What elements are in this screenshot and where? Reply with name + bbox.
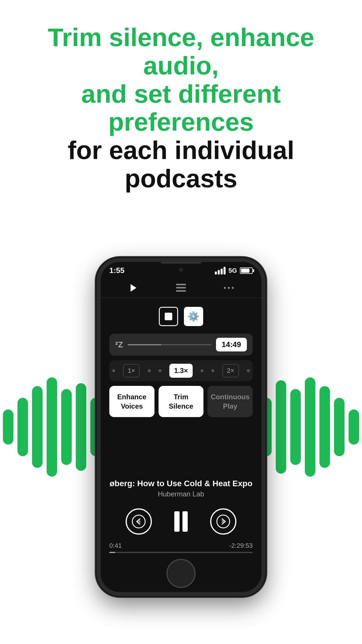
playback-controls: 15 30 <box>101 501 261 542</box>
speed-selector: 1× 1.3× 2× <box>109 360 253 381</box>
rewind-icon: 15 <box>131 514 146 529</box>
track-info: øberg: How to Use Cold & Heat Expo Huber… <box>101 470 261 501</box>
wave-bar <box>47 377 57 477</box>
sleep-label: ᶻZ <box>115 340 123 349</box>
speed-dot <box>247 369 250 372</box>
signal-bar-1 <box>215 272 217 274</box>
phone-content: ⚙️ ᶻZ 14:49 1× 1.3× <box>101 278 261 592</box>
speed-dot <box>148 369 151 372</box>
speed-dot <box>112 369 115 372</box>
header-line2-prefix: and <box>81 79 134 108</box>
phone-frame: 1:55 5G <box>96 258 266 596</box>
svg-rect-2 <box>176 287 186 288</box>
svg-rect-3 <box>176 290 186 292</box>
wave-bar <box>3 410 13 444</box>
tab-play-icon[interactable] <box>127 282 139 294</box>
speed-dot <box>201 369 203 372</box>
pause-bar-right <box>182 511 188 532</box>
pause-button[interactable] <box>166 507 196 536</box>
rewind-button[interactable]: 15 <box>126 508 152 535</box>
wave-bar <box>276 380 286 474</box>
phone-area: 1:55 5G <box>0 210 362 644</box>
signal-bar-3 <box>221 269 223 274</box>
wave-bar <box>76 383 86 471</box>
speed-1_3x-active[interactable]: 1.3× <box>169 364 192 378</box>
speed-dot <box>211 369 214 372</box>
tab-list-icon[interactable] <box>175 282 187 294</box>
status-bar: 1:55 5G <box>101 262 261 278</box>
wave-bar <box>349 410 359 444</box>
speed-2x[interactable]: 2× <box>222 364 239 377</box>
settings-button[interactable]: ⚙️ <box>184 307 203 326</box>
track-podcast: Huberman Lab <box>109 490 253 498</box>
svg-text:15: 15 <box>137 520 140 523</box>
stop-button[interactable] <box>159 307 178 326</box>
svg-point-6 <box>232 287 234 289</box>
sleep-time-badge: 14:49 <box>216 338 247 351</box>
wave-bar <box>319 386 330 468</box>
header-line1: Trim silence, enhance audio, <box>29 23 333 80</box>
status-time: 1:55 <box>109 266 124 275</box>
sleep-progress-fill <box>128 344 161 345</box>
svg-text:30: 30 <box>222 520 225 523</box>
progress-times: 0:41 -2:29:53 <box>109 542 253 550</box>
wave-bar <box>17 398 28 456</box>
speed-1x[interactable]: 1× <box>123 364 140 377</box>
forward-icon: 30 <box>216 514 231 529</box>
signal-bar-2 <box>218 270 220 274</box>
progress-fill <box>109 552 115 553</box>
battery-fill <box>241 269 249 273</box>
signal-bars-icon <box>215 267 226 274</box>
tab-more-icon[interactable] <box>223 282 235 294</box>
wave-bar <box>32 386 43 468</box>
svg-point-5 <box>228 287 230 289</box>
controls-panel: ⚙️ ᶻZ 14:49 1× 1.3× <box>101 298 261 423</box>
home-button[interactable] <box>166 559 196 588</box>
enhance-voices-button[interactable]: Enhance Voices <box>109 386 154 417</box>
sleep-timer-bar[interactable]: ᶻZ 14:49 <box>109 334 253 356</box>
header-line2: and set different preferences <box>29 80 333 136</box>
svg-marker-0 <box>131 284 136 292</box>
home-button-area <box>101 553 261 592</box>
battery-icon <box>240 267 253 274</box>
gear-icon: ⚙️ <box>188 311 199 322</box>
top-icon-row: ⚙️ <box>159 304 203 329</box>
remaining-time: -2:29:53 <box>229 542 253 550</box>
sleep-progress <box>128 344 211 345</box>
progress-area: 0:41 -2:29:53 <box>101 542 261 553</box>
speed-dot <box>159 369 161 372</box>
header-line3: for each individual podcasts <box>29 136 333 193</box>
track-title: øberg: How to Use Cold & Heat Expo <box>109 479 253 488</box>
header-section: Trim silence, enhance audio, and set dif… <box>0 0 362 210</box>
wave-bar <box>334 398 345 456</box>
pause-bar-left <box>174 511 180 532</box>
spacer <box>101 423 261 470</box>
progress-track[interactable] <box>109 552 253 553</box>
svg-rect-1 <box>176 284 186 285</box>
forward-button[interactable]: 30 <box>210 508 236 535</box>
wave-bar <box>305 377 315 477</box>
feature-buttons: Enhance Voices Trim Silence Continuous P… <box>109 386 253 417</box>
continuous-play-button[interactable]: Continuous Play <box>208 386 253 417</box>
svg-point-4 <box>224 287 226 289</box>
nav-tabs <box>101 278 261 298</box>
stop-icon <box>165 313 172 320</box>
status-right: 5G <box>215 267 253 274</box>
current-time: 0:41 <box>109 542 122 550</box>
wave-bar <box>290 389 301 465</box>
trim-silence-button[interactable]: Trim Silence <box>159 386 204 417</box>
network-type: 5G <box>229 267 237 274</box>
signal-bar-4 <box>224 267 226 274</box>
wave-bar <box>61 389 72 465</box>
camera-dot <box>179 268 183 272</box>
header-line2-green: set different preferences <box>108 79 281 136</box>
